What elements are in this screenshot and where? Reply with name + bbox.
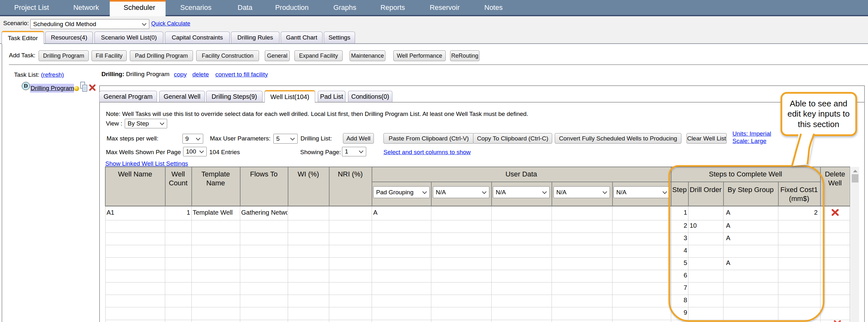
svg-text:Able to see and: Able to see and <box>790 99 847 108</box>
svg-text:edit key inputs to: edit key inputs to <box>787 109 849 118</box>
svg-text:this section: this section <box>798 119 839 129</box>
